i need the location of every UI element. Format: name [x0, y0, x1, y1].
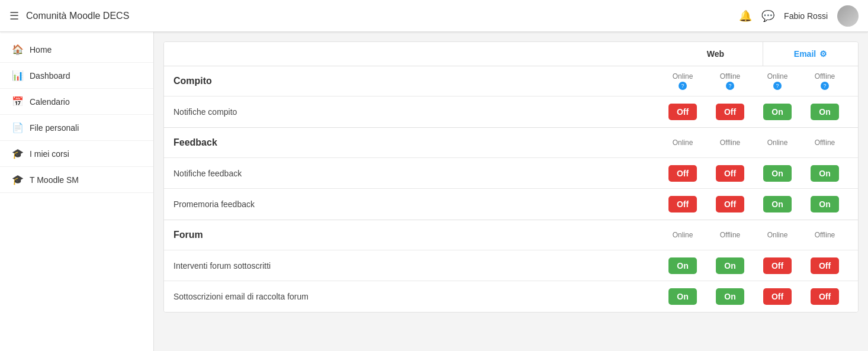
- promemoria-feedback-email-online-button[interactable]: On: [763, 196, 792, 212]
- user-name[interactable]: Fabio Rossi: [784, 11, 828, 21]
- sottoscrizioni-email-web-online-button[interactable]: On: [668, 288, 697, 305]
- sidebar-item-calendario[interactable]: 📅 Calendario: [0, 89, 153, 115]
- forum-web-online-header: Online: [659, 231, 706, 239]
- sidebar-label-corsi: I miei corsi: [30, 149, 69, 159]
- promemoria-feedback-web-online-button[interactable]: Off: [668, 196, 697, 212]
- notifiche-compito-email-offline-button[interactable]: On: [811, 104, 839, 120]
- top-header-row: Web Email ⚙: [164, 42, 858, 66]
- offline-label-2: Offline: [815, 72, 835, 80]
- interventi-forum-web-offline-cell: On: [706, 257, 754, 274]
- notifiche-feedback-email-online-button[interactable]: On: [763, 165, 792, 182]
- promemoria-feedback-web-online-cell: Off: [659, 196, 706, 212]
- empty-header-cell: [164, 42, 668, 66]
- sottoscrizioni-email-label: Sottoscrizioni email di raccolta forum: [173, 284, 659, 310]
- notifiche-compito-web-offline-button[interactable]: Off: [716, 104, 744, 120]
- fb-offline-label: Offline: [720, 139, 740, 147]
- promemoria-feedback-web-offline-button[interactable]: Off: [716, 196, 744, 212]
- notifiche-feedback-web-offline-button[interactable]: Off: [716, 165, 744, 182]
- email-gear-icon[interactable]: ⚙: [819, 49, 827, 59]
- feedback-title: Feedback: [173, 133, 659, 153]
- feedback-email-online-header: Online: [754, 139, 801, 147]
- interventi-forum-email-offline-cell: Off: [801, 257, 848, 274]
- row-promemoria-feedback: Promemoria feedback Off Off On On: [164, 189, 858, 220]
- web-column-header: Web: [668, 42, 763, 66]
- fb-email-online-label: Online: [767, 139, 788, 147]
- interventi-forum-web-online-button[interactable]: On: [668, 257, 697, 274]
- sidebar-item-i-miei-corsi[interactable]: 🎓 I miei corsi: [0, 141, 153, 167]
- interventi-forum-email-offline-button[interactable]: Off: [811, 257, 839, 274]
- notifiche-compito-web-online-button[interactable]: Off: [668, 104, 697, 120]
- sottoscrizioni-email-web-offline-button[interactable]: On: [716, 288, 744, 305]
- notifiche-feedback-web-online-cell: Off: [659, 165, 706, 182]
- sottoscrizioni-email-email-offline-cell: Off: [801, 288, 848, 305]
- sidebar-label-moodle-sm: T Moodle SM: [30, 175, 79, 185]
- notifiche-feedback-email-online-cell: On: [754, 165, 801, 182]
- promemoria-feedback-email-online-cell: On: [754, 196, 801, 212]
- help-icon-email-online[interactable]: ?: [773, 82, 782, 90]
- sidebar-item-dashboard[interactable]: 📊 Dashboard: [0, 63, 153, 89]
- forum-web-offline-header: Offline: [706, 231, 754, 239]
- interventi-forum-web-online-cell: On: [659, 257, 706, 274]
- section-forum: Forum Online Offline Online Offline: [164, 220, 858, 312]
- email-column-header: Email ⚙: [763, 42, 858, 66]
- forum-header-row: Forum Online Offline Online Offline: [164, 220, 858, 250]
- forum-online-label: Online: [673, 231, 693, 239]
- row-interventi-forum: Interventi forum sottoscritti On On Off …: [164, 250, 858, 281]
- feedback-header-row: Feedback Online Offline Online Offline: [164, 127, 858, 158]
- help-icon-web-offline[interactable]: ?: [726, 82, 734, 90]
- sidebar-item-t-moodle-sm[interactable]: 🎓 T Moodle SM: [0, 167, 153, 193]
- sidebar-label-calendario: Calendario: [30, 97, 70, 107]
- interventi-forum-email-online-cell: Off: [754, 257, 801, 274]
- fb-email-offline-label: Offline: [815, 139, 835, 147]
- notifiche-feedback-email-offline-button[interactable]: On: [811, 165, 839, 182]
- sottoscrizioni-email-email-online-button[interactable]: Off: [763, 288, 792, 305]
- sidebar-label-home: Home: [30, 45, 52, 54]
- compito-title: Compito: [173, 71, 659, 91]
- compito-web-offline-header: Offline ?: [706, 72, 754, 90]
- chat-icon[interactable]: 💬: [761, 9, 774, 22]
- compito-header-row: Compito Online ? Offline ? Online ? Off: [164, 66, 858, 96]
- promemoria-feedback-email-offline-button[interactable]: On: [811, 196, 839, 212]
- notifiche-feedback-label: Notifiche feedback: [173, 160, 659, 186]
- promemoria-feedback-label: Promemoria feedback: [173, 191, 659, 217]
- corsi-icon: 🎓: [12, 148, 24, 159]
- help-icon-web-online[interactable]: ?: [679, 82, 687, 90]
- hamburger-menu[interactable]: ☰: [9, 9, 19, 22]
- interventi-forum-label: Interventi forum sottoscritti: [173, 253, 659, 279]
- bell-icon[interactable]: 🔔: [739, 9, 752, 22]
- notification-table: Web Email ⚙ Compito Online ? Offline: [163, 41, 859, 313]
- email-label-text: Email: [794, 49, 816, 59]
- compito-email-online-header: Online ?: [754, 72, 801, 90]
- promemoria-feedback-email-offline-cell: On: [801, 196, 848, 212]
- notifiche-feedback-web-offline-cell: Off: [706, 165, 754, 182]
- forum-email-offline-label: Offline: [815, 231, 835, 239]
- interventi-forum-web-offline-button[interactable]: On: [716, 257, 744, 274]
- sidebar-item-file-personali[interactable]: 📄 File personali: [0, 115, 153, 141]
- row-sottoscrizioni-email: Sottoscrizioni email di raccolta forum O…: [164, 281, 858, 312]
- sottoscrizioni-email-web-offline-cell: On: [706, 288, 754, 305]
- fb-online-label: Online: [673, 139, 693, 147]
- notifiche-feedback-web-online-button[interactable]: Off: [668, 165, 697, 182]
- promemoria-feedback-web-offline-cell: Off: [706, 196, 754, 212]
- notifiche-compito-web-offline-cell: Off: [706, 104, 754, 120]
- main-content: Web Email ⚙ Compito Online ? Offline: [154, 32, 868, 351]
- interventi-forum-email-online-button[interactable]: Off: [763, 257, 792, 274]
- help-icon-email-offline[interactable]: ?: [821, 82, 829, 90]
- notifiche-compito-label: Notifiche compito: [173, 99, 659, 125]
- calendario-icon: 📅: [12, 96, 24, 107]
- sidebar-label-dashboard: Dashboard: [30, 71, 70, 80]
- sottoscrizioni-email-email-offline-button[interactable]: Off: [811, 288, 839, 305]
- forum-offline-label: Offline: [720, 231, 740, 239]
- row-notifiche-feedback: Notifiche feedback Off Off On On: [164, 158, 858, 189]
- online-label-2: Online: [767, 72, 788, 80]
- notifiche-compito-email-online-cell: On: [754, 104, 801, 120]
- sottoscrizioni-email-web-online-cell: On: [659, 288, 706, 305]
- sidebar-item-home[interactable]: 🏠 Home: [0, 37, 153, 63]
- forum-email-online-label: Online: [767, 231, 788, 239]
- notifiche-compito-email-online-button[interactable]: On: [763, 104, 792, 120]
- sidebar-label-file: File personali: [30, 123, 79, 133]
- forum-email-offline-header: Offline: [801, 231, 848, 239]
- site-title: Comunità Moodle DECS: [26, 11, 129, 21]
- avatar[interactable]: [837, 5, 859, 27]
- feedback-web-offline-header: Offline: [706, 139, 754, 147]
